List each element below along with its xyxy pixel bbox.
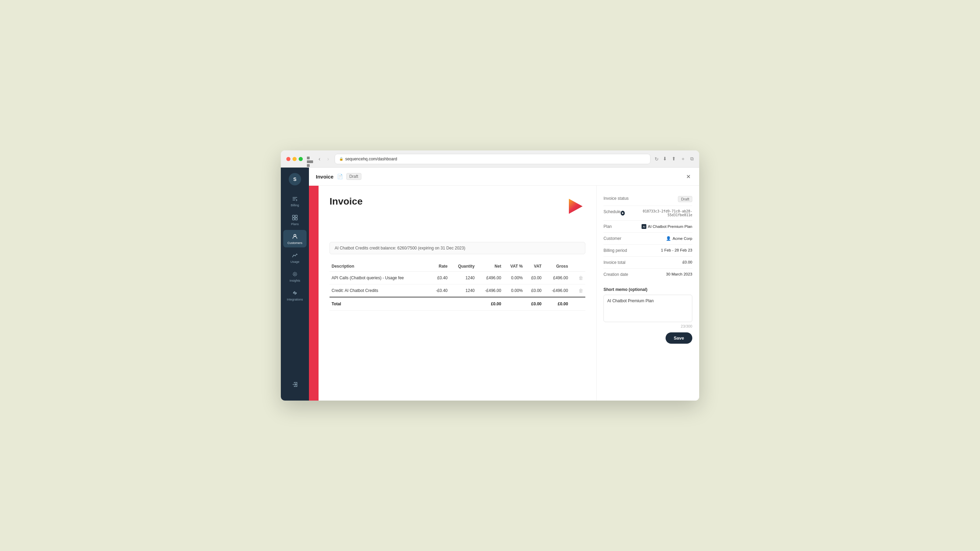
total-label: Total	[329, 297, 477, 311]
svg-marker-9	[569, 199, 582, 214]
logout-button[interactable]	[290, 380, 300, 391]
row2-description: Credit: AI Chatbot Credits	[329, 284, 429, 297]
sidebar-item-plans[interactable]: Plans	[283, 211, 307, 229]
schedule-play-button[interactable]	[620, 211, 625, 216]
svg-rect-2	[293, 218, 294, 220]
row1-gross: £496.00	[544, 272, 570, 284]
browser-controls	[307, 157, 313, 161]
billing-icon	[291, 195, 299, 203]
row1-description: API Calls (Chatbot queries) - Usage fee	[329, 272, 429, 284]
customers-icon	[291, 233, 299, 240]
draft-badge: Draft	[346, 173, 361, 180]
table-row: API Calls (Chatbot queries) - Usage fee …	[329, 272, 585, 284]
close-traffic-light[interactable]	[286, 157, 290, 161]
svg-point-6	[294, 292, 296, 294]
minimize-traffic-light[interactable]	[293, 157, 297, 161]
sidebar-label-usage: Usage	[290, 260, 299, 264]
share-icon[interactable]: ⬆	[672, 156, 676, 162]
browser-chrome: ‹ › 🔒 sequencehq.com/dashboard ↻ ⬇ ⬆ ＋ ⧉	[281, 151, 699, 168]
plan-row: Plan AI AI Chatbot Premium Plan	[603, 221, 692, 233]
sidebar: S Billing	[281, 168, 309, 400]
address-bar[interactable]: 🔒 sequencehq.com/dashboard	[335, 154, 651, 164]
invoice-heading: Invoice	[329, 196, 363, 207]
plan-name: AI Chatbot Premium Plan	[648, 224, 692, 229]
row2-net: -£496.00	[477, 284, 503, 297]
row2-rate: -£0.40	[429, 284, 450, 297]
schedule-id: 018733c3-2fd9-71c0-ab28-55d31fbe811e	[626, 210, 692, 217]
col-rate: Rate	[429, 261, 450, 272]
back-button[interactable]: ‹	[317, 156, 321, 162]
sidebar-item-usage[interactable]: Usage	[283, 249, 307, 266]
invoice-doc-icon: 📄	[337, 174, 343, 179]
invoice-red-bar	[309, 186, 318, 400]
credit-notice: AI Chatbot Credits credit balance: 6260/…	[329, 242, 585, 254]
new-tab-icon[interactable]: ＋	[681, 156, 686, 162]
sidebar-item-billing[interactable]: Billing	[283, 192, 307, 210]
total-net: £0.00	[477, 297, 503, 311]
insights-icon	[291, 270, 299, 278]
creation-date-row: Creation date 30 March 2023	[603, 268, 692, 280]
memo-label: Short memo (optional)	[603, 287, 692, 292]
row2-quantity: 1240	[450, 284, 477, 297]
invoice-content: Invoice	[318, 186, 596, 400]
col-description: Description	[329, 261, 429, 272]
customer-name: Acme Corp	[673, 237, 692, 241]
svg-point-8	[296, 293, 297, 294]
sidebar-item-insights[interactable]: Insights	[283, 268, 307, 285]
reload-icon[interactable]: ↻	[655, 156, 659, 162]
delete-row2-button[interactable]: 🗑	[576, 288, 583, 293]
sidebar-bottom	[290, 375, 300, 395]
sidebar-label-integrations: Integrations	[287, 298, 303, 301]
creation-date-value: 30 March 2023	[666, 272, 692, 276]
invoice-body: Invoice	[309, 186, 699, 400]
billing-period-label: Billing period	[603, 248, 627, 253]
integrations-icon	[291, 289, 299, 297]
invoice-table: Description Rate Quantity Net VAT % VAT …	[329, 261, 585, 311]
col-gross: Gross	[544, 261, 570, 272]
schedule-label: Schedule	[603, 210, 620, 214]
svg-point-7	[293, 293, 294, 294]
col-vat: VAT	[525, 261, 544, 272]
invoice-info-section: Invoice status Draft Schedule 018733c3-2…	[603, 192, 692, 280]
sidebar-item-integrations[interactable]: Integrations	[283, 286, 307, 304]
invoice-status-label: Invoice status	[603, 196, 628, 201]
avatar[interactable]: S	[289, 173, 301, 186]
traffic-lights	[286, 157, 303, 161]
invoice-status-row: Invoice status Draft	[603, 192, 692, 206]
svg-point-4	[294, 234, 296, 237]
svg-point-5	[294, 274, 296, 275]
invoice-status-badge: Draft	[678, 196, 692, 202]
creation-date-label: Creation date	[603, 272, 628, 277]
sidebar-label-billing: Billing	[291, 203, 299, 207]
row2-vat: £0.00	[525, 284, 544, 297]
invoice-total-value: £0.00	[682, 260, 692, 264]
sidebar-item-customers[interactable]: Customers	[283, 230, 307, 248]
table-row: Credit: AI Chatbot Credits -£0.40 1240 -…	[329, 284, 585, 297]
save-button[interactable]: Save	[665, 332, 692, 344]
close-button[interactable]: ✕	[684, 172, 692, 181]
plan-value-container: AI AI Chatbot Premium Plan	[641, 224, 692, 229]
sidebar-toggle-icon[interactable]	[307, 157, 313, 161]
svg-rect-1	[295, 215, 297, 217]
url-text: sequencehq.com/dashboard	[345, 157, 397, 161]
memo-textarea[interactable]: AI Chatbot Premium Plan	[603, 295, 692, 322]
delete-row1-button[interactable]: 🗑	[576, 275, 583, 281]
memo-character-count: 23/300	[603, 324, 692, 328]
sidebar-label-plans: Plans	[291, 222, 299, 226]
browser-actions: ⬇ ⬆ ＋ ⧉	[663, 156, 694, 162]
forward-button[interactable]: ›	[326, 156, 330, 162]
customer-icon: 👤	[666, 236, 671, 241]
row2-gross: -£496.00	[544, 284, 570, 297]
tabs-icon[interactable]: ⧉	[690, 156, 694, 162]
maximize-traffic-light[interactable]	[299, 157, 303, 161]
plan-icon: AI	[641, 224, 646, 229]
invoice-left: Invoice	[309, 186, 596, 400]
billing-period-row: Billing period 1 Feb - 28 Feb 23	[603, 245, 692, 257]
row1-vat-pct: 0.00%	[503, 272, 525, 284]
company-logo	[565, 196, 585, 218]
download-icon[interactable]: ⬇	[663, 156, 667, 162]
total-vat: £0.00	[525, 297, 544, 311]
browser-window: ‹ › 🔒 sequencehq.com/dashboard ↻ ⬇ ⬆ ＋ ⧉…	[281, 151, 699, 400]
row1-rate: £0.40	[429, 272, 450, 284]
sidebar-label-customers: Customers	[287, 241, 302, 245]
